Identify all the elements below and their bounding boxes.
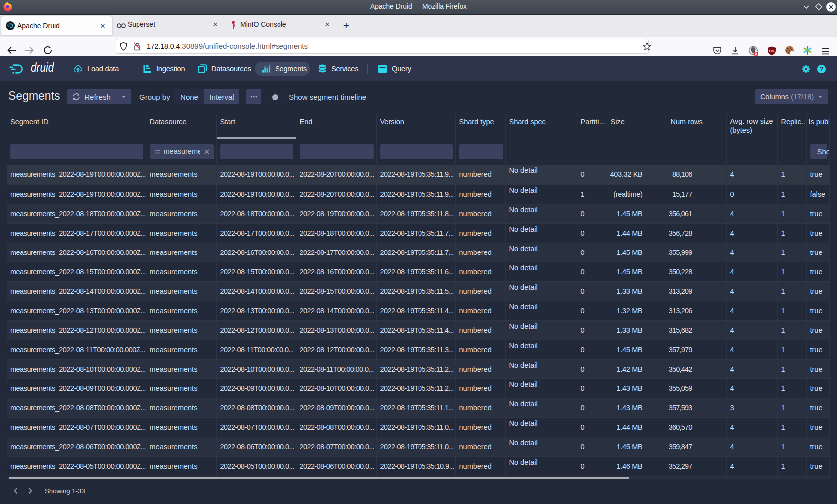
svg-text:UO: UO bbox=[769, 49, 775, 53]
svg-text:?: ? bbox=[820, 66, 824, 73]
